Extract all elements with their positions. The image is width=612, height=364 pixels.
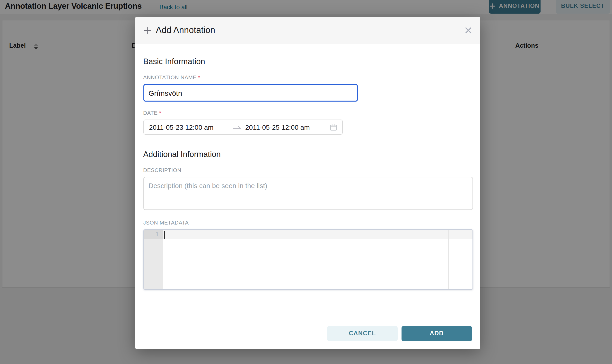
required-asterisk: * <box>198 75 200 80</box>
viewport: Annotation Layer Volcanic Eruptions Back… <box>0 0 612 364</box>
annotation-name-label-text: ANNOTATION NAME <box>143 75 197 80</box>
app-window: Annotation Layer Volcanic Eruptions Back… <box>0 0 612 364</box>
close-icon[interactable] <box>465 27 472 34</box>
add-annotation-modal: Add Annotation Basic Information ANNOTAT… <box>135 17 480 349</box>
json-metadata-label: JSON METADATA <box>143 220 472 226</box>
section-basic-information: Basic Information <box>143 44 472 66</box>
date-range-end[interactable]: 2011-05-25 12:00 am <box>245 123 330 131</box>
add-button[interactable]: ADD <box>402 326 472 341</box>
calendar-icon <box>330 124 337 131</box>
modal-header: Add Annotation <box>135 17 480 44</box>
modal-body: Basic Information ANNOTATION NAME* DATE*… <box>135 44 480 290</box>
editor-print-margin <box>448 230 448 289</box>
description-label: DESCRIPTION <box>143 168 472 173</box>
plus-icon <box>143 26 151 34</box>
date-range-start[interactable]: 2011-05-23 12:00 am <box>149 123 231 131</box>
editor-active-line <box>163 230 472 239</box>
swap-right-arrow-icon <box>231 125 243 130</box>
json-metadata-editor[interactable]: 1 <box>143 230 473 290</box>
date-label-text: DATE <box>143 110 157 116</box>
editor-line-number: 1 <box>144 230 163 239</box>
date-label: DATE* <box>143 110 472 116</box>
cancel-button[interactable]: CANCEL <box>327 326 398 341</box>
annotation-name-label: ANNOTATION NAME* <box>143 75 472 80</box>
modal-title: Add Annotation <box>156 25 215 36</box>
date-range-picker[interactable]: 2011-05-23 12:00 am 2011-05-25 12:00 am <box>143 120 342 135</box>
annotation-name-input[interactable] <box>143 84 358 102</box>
description-textarea[interactable] <box>143 177 473 210</box>
required-asterisk: * <box>159 110 161 116</box>
section-additional-information: Additional Information <box>143 135 472 159</box>
editor-cursor <box>164 231 165 239</box>
modal-footer: CANCEL ADD <box>135 318 480 349</box>
